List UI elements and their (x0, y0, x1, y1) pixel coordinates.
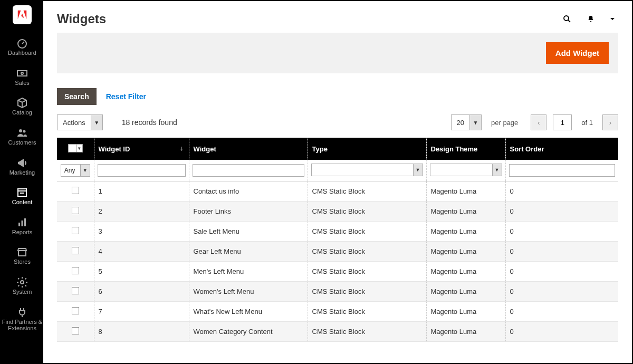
store-icon (16, 246, 28, 256)
bell-icon[interactable] (587, 15, 595, 23)
nav-partners[interactable]: Find Partners & Extensions (1, 301, 43, 337)
nav-content[interactable]: Content (1, 181, 43, 211)
svg-point-3 (19, 129, 22, 132)
prev-page-button[interactable]: ‹ (531, 114, 546, 130)
search-icon[interactable] (562, 14, 572, 24)
page-input[interactable] (553, 114, 572, 130)
cell-sort: 0 (505, 242, 618, 262)
bar-chart-icon (16, 216, 28, 227)
th-theme[interactable]: Design Theme (426, 138, 505, 160)
row-checkbox[interactable] (72, 247, 79, 254)
filter-widget-id[interactable] (98, 164, 186, 177)
nav-label: Marketing (1, 169, 43, 176)
row-checkbox[interactable] (72, 287, 79, 294)
nav-marketing[interactable]: Marketing (1, 151, 43, 181)
sidebar: Dashboard Sales Catalog Customers Market… (1, 1, 43, 363)
nav-customers[interactable]: Customers (1, 121, 43, 151)
cash-icon (16, 67, 28, 78)
cell-widget: Contact us info (189, 181, 308, 202)
table-row[interactable]: 3Sale Left MenuCMS Static BlockMagento L… (57, 222, 618, 242)
actions-dropdown[interactable]: Actions ▼ (57, 114, 103, 130)
caret-down-icon: ▼ (469, 115, 481, 130)
cell-theme: Magento Luma (426, 222, 505, 242)
row-checkbox[interactable] (72, 267, 79, 274)
caret-down-icon: ▼ (91, 115, 102, 130)
th-widget[interactable]: Widget (189, 138, 308, 160)
next-page-button[interactable]: › (602, 114, 618, 130)
adobe-logo[interactable] (13, 5, 32, 24)
gauge-icon (16, 37, 28, 47)
cell-type: CMS Static Block (308, 282, 426, 302)
cell-type: CMS Static Block (308, 322, 426, 342)
action-bar: Add Widget (57, 33, 618, 73)
cell-widget: Gear Left Menu (189, 242, 308, 262)
add-widget-button[interactable]: Add Widget (546, 42, 609, 64)
svg-rect-7 (22, 221, 23, 226)
cell-widget: Sale Left Menu (189, 222, 308, 242)
row-checkbox[interactable] (72, 307, 79, 314)
cell-id: 5 (94, 262, 189, 282)
table-row[interactable]: 8Women Category ContentCMS Static BlockM… (57, 322, 618, 342)
nav-sales[interactable]: Sales (1, 62, 43, 92)
th-sort[interactable]: Sort Order (505, 138, 618, 160)
cell-sort: 0 (505, 302, 618, 322)
cell-widget: Women's Left Menu (189, 282, 308, 302)
cell-type: CMS Static Block (308, 202, 426, 222)
nav-label: System (1, 289, 43, 295)
svg-point-9 (21, 281, 24, 284)
filter-widget-name[interactable] (193, 164, 304, 177)
cell-type: CMS Static Block (308, 222, 426, 242)
svg-rect-6 (18, 223, 20, 226)
th-widget-id[interactable]: Widget ID↓ (94, 138, 189, 160)
main-content: Widgets Add Widget Search Reset Filter A… (43, 1, 632, 363)
svg-rect-8 (24, 218, 26, 226)
table-row[interactable]: 7What's New Left MenuCMS Static BlockMag… (57, 302, 618, 322)
nav-reports[interactable]: Reports (1, 211, 43, 241)
plug-icon (16, 306, 28, 317)
reset-filter-link[interactable]: Reset Filter (106, 92, 146, 101)
filter-any-select[interactable]: Any ▼ (61, 164, 90, 177)
user-menu-caret[interactable] (610, 16, 615, 22)
nav-label: Reports (1, 229, 43, 236)
nav-system[interactable]: System (1, 271, 43, 301)
table-row[interactable]: 5Men's Left MenuCMS Static BlockMagento … (57, 262, 618, 282)
filter-sort-order[interactable] (509, 164, 616, 177)
table-row[interactable]: 6Women's Left MenuCMS Static BlockMagent… (57, 282, 618, 302)
nav-label: Find Partners & Extensions (1, 319, 43, 332)
cell-type: CMS Static Block (308, 302, 426, 322)
nav-stores[interactable]: Stores (1, 241, 43, 271)
caret-down-icon: ▼ (492, 164, 502, 176)
cell-id: 6 (94, 282, 189, 302)
row-checkbox[interactable] (72, 187, 79, 194)
nav-label: Catalog (1, 109, 43, 116)
per-page-select[interactable]: 20 ▼ (451, 114, 482, 130)
th-select-all[interactable]: ▼ (57, 138, 94, 160)
cell-widget: What's New Left Menu (189, 302, 308, 322)
nav-label: Dashboard (1, 50, 43, 56)
cell-sort: 0 (505, 282, 618, 302)
page-title: Widgets (57, 12, 106, 26)
cell-id: 2 (94, 202, 189, 222)
svg-point-4 (23, 130, 26, 132)
row-checkbox[interactable] (72, 227, 79, 234)
row-checkbox[interactable] (72, 207, 79, 214)
cell-type: CMS Static Block (308, 181, 426, 202)
cell-sort: 0 (505, 202, 618, 222)
filter-type-select[interactable]: ▼ (311, 164, 423, 176)
box-icon (16, 97, 28, 107)
table-row[interactable]: 1Contact us infoCMS Static BlockMagento … (57, 181, 618, 202)
row-checkbox[interactable] (72, 327, 79, 334)
nav-label: Customers (1, 139, 43, 146)
nav-dashboard[interactable]: Dashboard (1, 32, 43, 62)
table-row[interactable]: 4Gear Left MenuCMS Static BlockMagento L… (57, 242, 618, 262)
table-row[interactable]: 2Footer LinksCMS Static BlockMagento Lum… (57, 202, 618, 222)
cell-theme: Magento Luma (426, 181, 505, 202)
filter-theme-select[interactable]: ▼ (430, 164, 502, 176)
cell-sort: 0 (505, 181, 618, 202)
search-button[interactable]: Search (57, 88, 97, 105)
caret-down-icon: ▼ (80, 165, 90, 176)
nav-catalog[interactable]: Catalog (1, 91, 43, 121)
filter-row: Any ▼ ▼ ▼ (57, 160, 618, 181)
cell-theme: Magento Luma (426, 242, 505, 262)
th-type[interactable]: Type (308, 138, 426, 160)
